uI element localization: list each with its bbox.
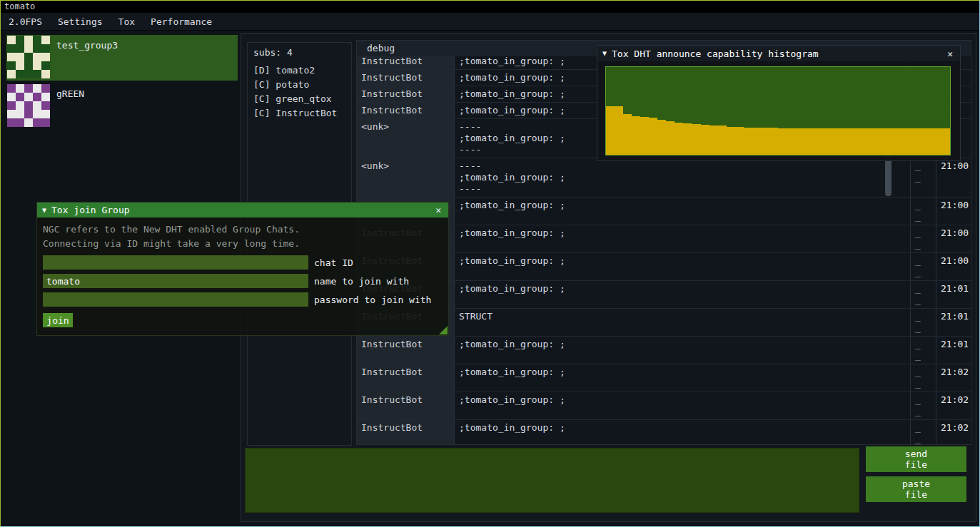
chat-name: <unk> [357,119,455,158]
avatar-pixel [24,70,33,78]
join-input-chat-id[interactable] [43,255,308,270]
avatar-pixel [16,53,24,61]
join-button[interactable]: join [43,313,73,327]
chat-flags: _ _ [911,392,936,419]
avatar-pixel [33,118,41,127]
avatar-pixel [41,84,50,93]
avatar-pixel [16,101,24,110]
histogram-window-title: Tox DHT announce capability histogram [612,48,819,59]
avatar-pixel [16,110,24,118]
chat-message: ;tomato_in_group: ; [455,364,911,392]
avatar-pixel [16,118,24,127]
chat-row[interactable]: InstructBot;tomato_in_group: ;_ _21:01 [357,281,971,309]
avatar-pixel [7,61,16,70]
avatar-pixel [7,70,16,78]
chat-row[interactable]: InstructBotSTRUCT_ _21:01 [357,309,971,337]
group-list: test_group3gREEN [6,35,238,132]
chat-time: 21:00 [936,225,971,252]
avatar-pixel [24,93,33,101]
histogram-bar [941,128,950,155]
member-item[interactable]: [C] InstructBot [253,106,345,121]
join-window-body: NGC refers to the New DHT enabled Group … [37,218,448,332]
histogram-plot [605,66,951,155]
chat-flags: _ _ [911,253,936,280]
message-input[interactable] [245,448,859,513]
histogram-bar [804,128,812,155]
histogram-bar [752,128,761,155]
member-item[interactable]: [D] tomato2 [253,63,345,78]
avatar-pixel [7,36,16,44]
menu-item-performance[interactable]: Performance [143,14,220,29]
paste-file-button[interactable]: paste file [866,476,966,502]
menu-item-tox[interactable]: Tox [111,14,143,29]
join-window-titlebar[interactable]: ▼ Tox join Group ✕ [37,203,448,218]
group-name: gREEN [56,84,84,99]
member-item[interactable]: [C] green_qtox [253,92,345,106]
avatar-pixel [7,110,16,118]
histogram-bar [864,128,872,155]
group-avatar [7,84,50,127]
chat-row[interactable]: InstructBot;tomato_in_group: ;_ _21:02 [357,364,971,392]
chat-name: InstructBot [357,103,455,118]
join-input-name-to-join-with[interactable] [43,274,308,288]
chat-message: ;tomato_in_group: ; [455,337,911,364]
avatar-pixel [41,61,50,70]
avatar-pixel [33,70,41,78]
group-item-test-group3[interactable]: test_group3 [6,35,238,81]
member-list: [D] tomato2[C] potato[C] green_qtox[C] I… [248,59,351,125]
chat-flags: _ _ [911,198,936,225]
app-window: tomato 2.0FPSSettingsToxPerformance test… [0,0,980,527]
chat-name: InstructBot [357,364,455,392]
avatar-pixel [41,101,50,110]
send-file-button[interactable]: send file [866,446,966,472]
avatar-pixel [24,61,33,70]
histogram-bar [787,128,795,155]
chat-flags: _ _ [911,309,936,336]
collapse-icon[interactable]: ▼ [602,50,607,57]
chat-time: 21:00 [936,253,971,280]
close-icon[interactable]: ✕ [433,205,443,215]
avatar-pixel [41,70,50,78]
chat-row[interactable]: InstructBot;tomato_in_group: ;_ _21:01 [357,337,971,364]
join-field-row: password to join with [43,292,443,307]
chat-time: 21:02 [936,420,971,444]
avatar-pixel [7,93,16,101]
chat-row[interactable]: InstructBot;tomato_in_group: ;_ _21:00 [357,253,971,281]
histogram-bar [907,128,916,155]
join-hint-text: Connecting via ID might take a very long… [43,237,443,251]
chat-name: InstructBot [357,337,455,364]
subs-count: subs: 4 [248,43,351,59]
histogram-bar [657,120,666,155]
menu-item-2-0fps[interactable]: 2.0FPS [1,14,50,29]
member-item[interactable]: [C] potato [253,78,345,92]
avatar-pixel [16,61,24,70]
join-field-row: chat ID [43,255,443,270]
histogram-bar [924,128,933,155]
chat-row[interactable]: InstructBot;tomato_in_group: ;_ _21:02 [357,392,971,420]
menu-item-settings[interactable]: Settings [50,14,111,29]
histogram-bar [899,128,907,155]
histogram-bar [701,125,709,155]
chat-row[interactable]: InstructBot;tomato_in_group: ;_ _21:00 [357,198,971,225]
chat-row[interactable]: InstructBot;tomato_in_group: ;_ _21:02 [357,420,971,444]
chat-name: InstructBot [357,420,455,444]
histogram-window-titlebar[interactable]: ▼ Tox DHT announce capability histogram … [597,46,960,61]
histogram-bar [727,127,735,155]
histogram-bar [769,128,778,155]
avatar-pixel [33,44,41,53]
close-icon[interactable]: ✕ [945,48,955,59]
chat-row[interactable]: <unk>---- ;tomato_in_group: ; ----_ _21:… [357,158,971,198]
collapse-icon[interactable]: ▼ [42,207,46,214]
avatar-pixel [33,93,41,101]
group-item-green[interactable]: gREEN [6,83,238,129]
histogram-bar [623,114,632,155]
histogram-bar [735,127,744,155]
resize-grip-icon[interactable] [439,326,448,334]
chat-name: InstructBot [357,70,455,86]
chat-message: ;tomato_in_group: ; [455,420,911,444]
chat-row[interactable]: InstructBot;tomato_in_group: ;_ _21:00 [357,225,971,253]
avatar-pixel [7,53,16,61]
chat-flags: _ _ [911,364,936,392]
dht-histogram-window: ▼ Tox DHT announce capability histogram … [597,45,961,161]
join-input-password-to-join-with[interactable] [43,292,308,307]
